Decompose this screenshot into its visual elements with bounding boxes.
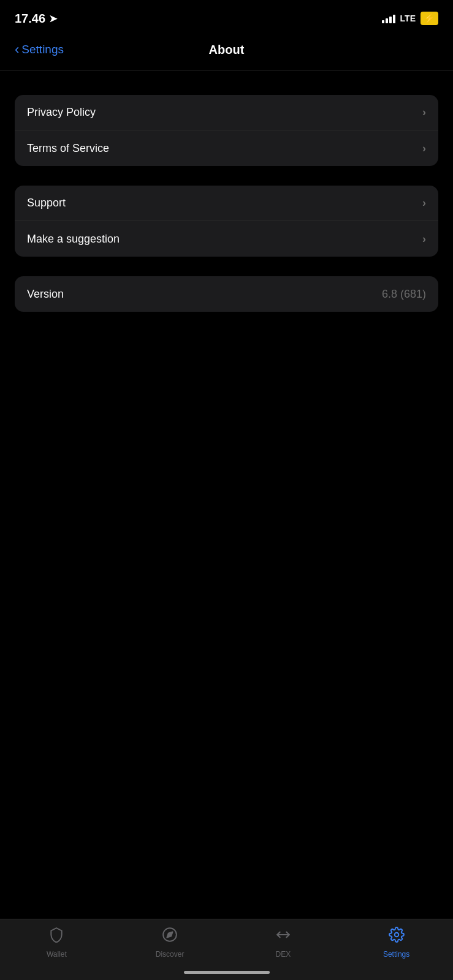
- discover-tab-label: Discover: [156, 950, 185, 959]
- version-card-group: Version 6.8 (681): [15, 276, 438, 312]
- tab-discover[interactable]: Discover: [113, 927, 227, 963]
- page-title: About: [209, 43, 245, 57]
- privacy-policy-right: ›: [422, 106, 426, 119]
- settings-tab-label: Settings: [383, 950, 409, 959]
- version-value: 6.8 (681): [382, 288, 426, 301]
- legal-card-group: Privacy Policy › Terms of Service ›: [15, 95, 438, 166]
- content-area: Privacy Policy › Terms of Service › Supp…: [0, 85, 453, 341]
- terms-of-service-label: Terms of Service: [27, 142, 109, 155]
- wallet-icon: [48, 927, 64, 947]
- dex-icon: [275, 927, 291, 947]
- lte-label: LTE: [400, 13, 416, 23]
- battery-icon: ⚡: [421, 12, 438, 25]
- version-label: Version: [27, 288, 64, 301]
- support-chevron-icon: ›: [422, 197, 426, 209]
- privacy-policy-chevron-icon: ›: [422, 106, 426, 119]
- privacy-policy-item[interactable]: Privacy Policy ›: [15, 95, 438, 130]
- signal-bar-1: [382, 20, 384, 23]
- terms-of-service-item[interactable]: Terms of Service ›: [15, 130, 438, 166]
- wallet-tab-label: Wallet: [47, 950, 67, 959]
- make-suggestion-item[interactable]: Make a suggestion ›: [15, 221, 438, 257]
- location-icon: ➤: [49, 13, 57, 24]
- nav-bar: ‹ Settings About: [0, 33, 453, 70]
- settings-icon: [389, 927, 405, 947]
- make-suggestion-chevron-icon: ›: [422, 233, 426, 246]
- feedback-card-group: Support › Make a suggestion ›: [15, 186, 438, 257]
- dex-tab-label: DEX: [276, 950, 291, 959]
- signal-bars: [382, 13, 395, 23]
- make-suggestion-right: ›: [422, 233, 426, 246]
- tab-wallet[interactable]: Wallet: [0, 927, 113, 963]
- version-right: 6.8 (681): [382, 288, 426, 301]
- status-bar: 17.46 ➤ LTE ⚡: [0, 0, 453, 33]
- terms-of-service-right: ›: [422, 142, 426, 155]
- signal-bar-3: [389, 17, 392, 23]
- tab-bar: Wallet Discover DEX Settings: [0, 919, 453, 980]
- support-label: Support: [27, 197, 66, 209]
- tab-settings[interactable]: Settings: [340, 927, 453, 963]
- svg-marker-1: [167, 932, 173, 937]
- signal-bar-4: [393, 15, 395, 23]
- status-time: 17.46 ➤: [15, 12, 57, 26]
- back-label: Settings: [21, 43, 64, 56]
- status-right: LTE ⚡: [382, 12, 438, 25]
- version-item: Version 6.8 (681): [15, 276, 438, 312]
- svg-point-3: [394, 933, 398, 937]
- home-indicator: [184, 971, 270, 974]
- time-display: 17.46: [15, 12, 45, 26]
- signal-bar-2: [386, 18, 388, 23]
- discover-icon: [162, 927, 178, 947]
- back-button[interactable]: ‹ Settings: [15, 43, 64, 56]
- support-item[interactable]: Support ›: [15, 186, 438, 221]
- tab-dex[interactable]: DEX: [227, 927, 340, 963]
- nav-divider: [0, 70, 453, 70]
- privacy-policy-label: Privacy Policy: [27, 106, 96, 119]
- make-suggestion-label: Make a suggestion: [27, 233, 120, 246]
- support-right: ›: [422, 197, 426, 209]
- terms-of-service-chevron-icon: ›: [422, 142, 426, 155]
- back-chevron-icon: ‹: [15, 43, 19, 56]
